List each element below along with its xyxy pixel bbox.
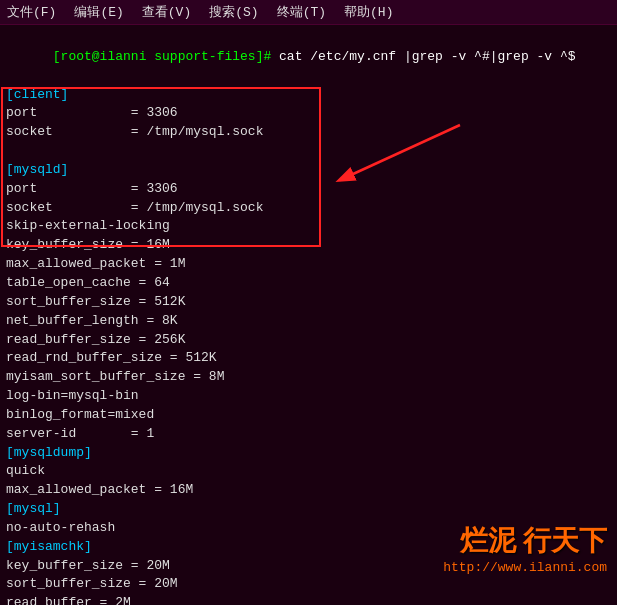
- menubar[interactable]: 文件(F) 编辑(E) 查看(V) 搜索(S) 终端(T) 帮助(H): [0, 0, 617, 25]
- output-line-22: [mysql]: [6, 500, 611, 519]
- output-line-14: read_rnd_buffer_size = 512K: [6, 349, 611, 368]
- output-line-4: [mysqld]: [6, 161, 611, 180]
- output-line-2: port = 3306: [6, 104, 611, 123]
- menu-edit[interactable]: 编辑(E): [71, 2, 126, 22]
- output-line-11: sort_buffer_size = 512K: [6, 293, 611, 312]
- output-line-3: socket = /tmp/mysql.sock: [6, 123, 611, 142]
- output-line-18: server-id = 1: [6, 425, 611, 444]
- output-line-25: key_buffer_size = 20M: [6, 557, 611, 576]
- terminal-content: [root@ilanni support-files]# cat /etc/my…: [0, 25, 617, 605]
- menu-view[interactable]: 查看(V): [139, 2, 194, 22]
- output-line-16: log-bin=mysql-bin: [6, 387, 611, 406]
- output-line-7: skip-external-locking: [6, 217, 611, 236]
- prompt: [root@ilanni support-files]#: [53, 49, 279, 64]
- menu-terminal[interactable]: 终端(T): [274, 2, 329, 22]
- terminal-window: 文件(F) 编辑(E) 查看(V) 搜索(S) 终端(T) 帮助(H) [roo…: [0, 0, 617, 605]
- output-line-6: socket = /tmp/mysql.sock: [6, 199, 611, 218]
- output-line-5: port = 3306: [6, 180, 611, 199]
- output-line-8: key_buffer_size = 16M: [6, 236, 611, 255]
- output-line-blank1: [6, 142, 611, 161]
- output-line-21: max_allowed_packet = 16M: [6, 481, 611, 500]
- output-line-13: read_buffer_size = 256K: [6, 331, 611, 350]
- command-text: cat /etc/my.cnf |grep -v ^#|grep -v ^$: [279, 49, 575, 64]
- output-line-12: net_buffer_length = 8K: [6, 312, 611, 331]
- command-line: [root@ilanni support-files]# cat /etc/my…: [6, 29, 611, 86]
- menu-file[interactable]: 文件(F): [4, 2, 59, 22]
- output-line-19: [mysqldump]: [6, 444, 611, 463]
- output-line-9: max_allowed_packet = 1M: [6, 255, 611, 274]
- menu-help[interactable]: 帮助(H): [341, 2, 396, 22]
- output-line-20: quick: [6, 462, 611, 481]
- output-line-1: [client]: [6, 86, 611, 105]
- output-line-26: sort_buffer_size = 20M: [6, 575, 611, 594]
- output-line-27: read_buffer = 2M: [6, 594, 611, 605]
- output-line-17: binlog_format=mixed: [6, 406, 611, 425]
- output-line-24: [myisamchk]: [6, 538, 611, 557]
- output-line-15: myisam_sort_buffer_size = 8M: [6, 368, 611, 387]
- output-line-23: no-auto-rehash: [6, 519, 611, 538]
- menu-search[interactable]: 搜索(S): [206, 2, 261, 22]
- output-line-10: table_open_cache = 64: [6, 274, 611, 293]
